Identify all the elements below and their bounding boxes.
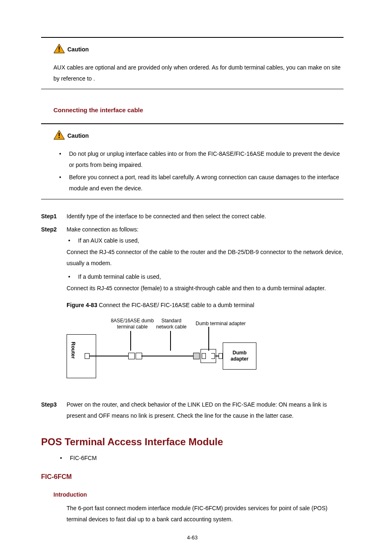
heading-fic6fcm: FIC-6FCM [41,473,344,481]
step2-p2: Connect its RJ-45 connector (female) to … [67,283,344,294]
caution2-bullet-0: Do not plug or unplug interface cables i… [58,148,344,170]
svg-rect-4 [59,133,60,136]
step3-body: Power on the router, and check behavior … [67,399,344,421]
caution-text-b: . [93,75,95,82]
caution-body: AUX cables are optional and are provided… [53,62,344,84]
diagram-conn3 [193,353,200,359]
step1-body: Identify type of the interface to be con… [67,211,344,222]
heading-connecting: Connecting the interface cable [53,106,344,113]
diagram-label-adapter-top: Dumb terminal adapter [190,321,251,327]
caution-label: Caution [67,46,89,53]
diagram-label-ncable: Standard network cable [153,318,190,330]
caution2-bullet-1: Before you connect a port, read its labe… [58,172,344,194]
intro-text: The 6-port fast connect modem interface … [67,503,344,525]
step3-label: Step3 [41,399,62,421]
diagram-conn1 [128,353,135,359]
caution-icon [53,130,65,141]
page-number: 4-63 [41,534,344,541]
diagram-label-tcable: 8ASE/16ASE dumb terminal cable [106,318,159,330]
svg-rect-5 [59,137,60,138]
diagram-hline1 [89,356,129,356]
caution-header: Caution [53,44,344,55]
diagram-adapter-port2 [211,353,215,359]
figure-caption: Figure 4-83 Connect the FIC-8ASE/ FIC-16… [67,300,344,311]
diagram-dumb-label: Dumb adapter [231,350,248,362]
diagram-adapter-port1 [202,353,206,359]
caution-icon [53,44,65,55]
caution-label: Caution [67,132,89,139]
diagram-vline1 [130,331,131,351]
figure-caption-text: Connect the FIC-8ASE/ FIC-16ASE cable to… [97,302,254,308]
diagram-adapter-port3 [219,353,223,359]
diagram-vline3 [208,327,209,351]
svg-rect-1 [59,46,60,50]
step2-label: Step2 [41,224,62,383]
heading-introduction: Introduction [53,491,344,498]
step1-label: Step1 [41,211,62,222]
pos-bullet: FIC-6FCM [58,453,344,464]
figure-label: Figure 4-83 [67,302,97,308]
step2-text: Make connection as follows: [67,224,344,235]
step2-bullet2: If a dumb terminal cable is used, [67,271,344,282]
caution-text-a: AUX cables are optional and are provided… [53,64,341,82]
step2-p1: Connect the RJ-45 connector of the cable… [67,247,344,268]
diagram-vline2 [170,331,171,351]
figure-diagram: 8ASE/16ASE dumb terminal cable Standard … [67,318,264,379]
diagram-dumb-box: Dumb adapter [223,342,256,370]
svg-rect-2 [59,51,60,52]
step2-row: Step2 Make connection as follows: If an … [41,224,344,383]
step3-row: Step3 Power on the router, and check beh… [41,399,344,421]
caution-header-2: Caution [53,130,344,141]
diagram-hline2 [141,356,194,356]
step2-bullet1: If an AUX cable is used, [67,235,344,246]
heading-pos: POS Terminal Access Interface Module [41,436,344,448]
diagram-router-label: Router [70,342,76,359]
step1-row: Step1 Identify type of the interface to … [41,211,344,222]
